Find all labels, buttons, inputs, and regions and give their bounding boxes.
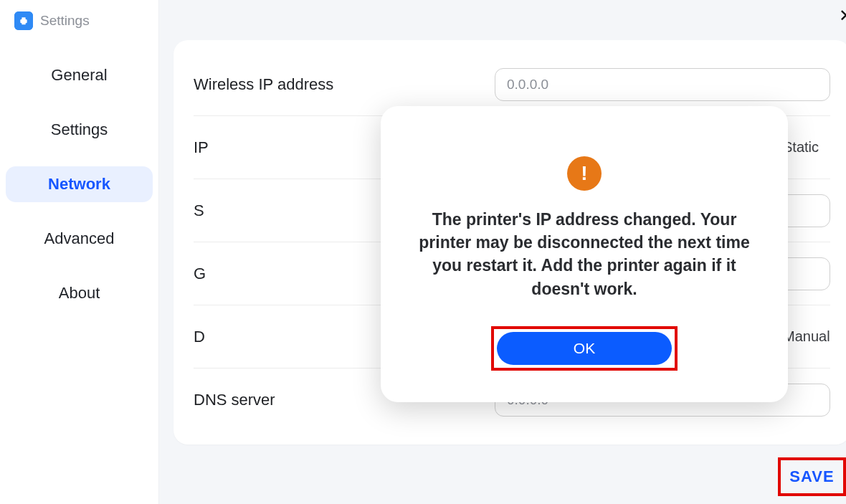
svg-rect-1 [22, 17, 25, 19]
sidebar-item-about[interactable]: About [6, 275, 153, 311]
save-button[interactable]: SAVE [781, 460, 842, 493]
ok-button[interactable]: OK [497, 332, 672, 365]
sidebar-item-settings[interactable]: Settings [6, 112, 153, 148]
svg-rect-2 [22, 22, 25, 24]
sidebar-nav: General Settings Network Advanced About [0, 50, 158, 318]
app-root: Settings General Settings Network Advanc… [0, 0, 846, 504]
sidebar-header: Settings [0, 6, 158, 50]
sidebar-item-general[interactable]: General [6, 57, 153, 93]
modal-message: The printer's IP address changed. Your p… [407, 208, 762, 300]
exclamation-icon: ! [581, 162, 587, 185]
app-icon [14, 11, 33, 30]
field-wireless-ip [495, 68, 830, 101]
label-wireless-ip: Wireless IP address [194, 75, 495, 94]
warning-icon: ! [567, 156, 602, 191]
close-icon: ✕ [839, 6, 846, 25]
app-title: Settings [40, 13, 90, 29]
input-wireless-ip[interactable] [495, 68, 830, 101]
sidebar: Settings General Settings Network Advanc… [0, 0, 159, 504]
radio-label-manual: Manual [783, 328, 830, 345]
alert-modal: ! The printer's IP address changed. Your… [381, 106, 788, 402]
printer-icon [18, 15, 29, 27]
close-button[interactable]: ✕ [839, 7, 846, 24]
radio-label-static: Static [783, 139, 819, 156]
sidebar-item-network[interactable]: Network [6, 166, 153, 202]
sidebar-item-advanced[interactable]: Advanced [6, 221, 153, 257]
ok-highlight: OK [494, 329, 675, 368]
main-panel: ✕ Wireless IP address IP Static [159, 0, 846, 504]
save-row: SAVE [174, 460, 846, 493]
